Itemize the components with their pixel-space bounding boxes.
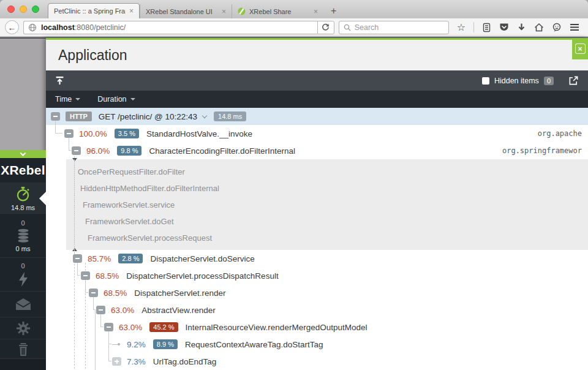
url-host: localhost: [41, 23, 75, 32]
method-name: AbstractView.render: [141, 306, 216, 315]
collapse-node-icon[interactable]: [73, 254, 82, 263]
panel-toolbar: Hidden items 0: [46, 70, 588, 91]
search-placeholder: Search: [355, 23, 379, 32]
total-percent: 63.0%: [111, 306, 134, 315]
tab-xrebel-share[interactable]: XRebel Share ×: [232, 4, 323, 18]
sidebar-item-timer[interactable]: 14.8 ms: [0, 183, 46, 213]
protocol-badge: HTTP: [66, 111, 92, 121]
bookmark-star-icon[interactable]: ☆: [457, 23, 466, 32]
pocket-icon[interactable]: [499, 23, 509, 32]
sidebar-item-feedback[interactable]: [0, 291, 46, 317]
back-button[interactable]: ←: [5, 20, 19, 34]
close-panel-button[interactable]: ×: [575, 43, 586, 54]
window-controls[interactable]: [0, 0, 48, 18]
url-path: :8080/petclinic/: [75, 23, 126, 32]
tab-petclinic[interactable]: PetClinic :: a Spring Framework de... ×: [48, 3, 140, 18]
time-filter-dropdown[interactable]: Time: [55, 95, 80, 104]
trace-row[interactable]: 7.3% UrlTag.doEndTag: [46, 353, 588, 370]
collapse-node-icon[interactable]: [96, 306, 105, 314]
leaf-node-icon: [112, 343, 121, 345]
minimize-window-button[interactable]: [20, 6, 27, 13]
tree-guide-line: [74, 246, 75, 370]
collapse-node-icon[interactable]: [64, 129, 74, 138]
package-name: org.apache: [538, 129, 588, 138]
trace-row[interactable]: 96.0% 9.8 % CharacterEncodingFilter.doFi…: [46, 142, 588, 159]
active-section-notch: [39, 192, 46, 205]
trace-row[interactable]: 68.5% DispatcherServlet.processDispatchR…: [46, 267, 588, 284]
search-input[interactable]: Search: [339, 21, 449, 34]
own-percent-badge: 9.8 %: [117, 146, 141, 156]
collapse-node-icon[interactable]: [104, 323, 113, 331]
browser-toolbar-icons: ☆: [453, 22, 583, 32]
trace-row[interactable]: 68.5% DispatcherServlet.render: [46, 284, 588, 301]
gear-icon: [16, 321, 31, 336]
request-row[interactable]: HTTP GET /petclinic/ @ 10:22:43 14.8 ms: [46, 108, 588, 125]
url-text[interactable]: localhost:8080/petclinic/: [41, 23, 126, 32]
close-window-button[interactable]: [7, 6, 15, 13]
own-percent-badge: 45.2 %: [149, 322, 178, 332]
request-duration-badge: 14.8 ms: [214, 111, 246, 121]
trace-row[interactable]: 100.0% 3.5 % StandardHostValve.__invoke …: [46, 125, 588, 142]
trace-row[interactable]: 63.0% AbstractView.render: [46, 301, 588, 319]
sidebar-item-events[interactable]: 0: [0, 257, 46, 291]
sidebar-item-database[interactable]: 0 0 ms: [0, 213, 46, 257]
total-percent: 63.0%: [119, 323, 142, 332]
method-name: CharacterEncodingFilter.doFilterInternal: [149, 146, 295, 156]
tab-close-icon[interactable]: ×: [314, 8, 318, 15]
tab-close-icon[interactable]: ×: [129, 7, 134, 15]
collapse-to-top-icon[interactable]: [55, 76, 64, 85]
menu-hamburger-icon[interactable]: [570, 23, 579, 31]
tab-close-icon[interactable]: ×: [222, 8, 226, 15]
trace-tree: HTTP GET /petclinic/ @ 10:22:43 14.8 ms …: [46, 108, 588, 370]
xrebel-logo: XRebel: [0, 158, 46, 183]
trace-row[interactable]: 63.0% 45.2 % InternalResourceView.render…: [46, 319, 588, 336]
duration-filter-dropdown[interactable]: Duration: [97, 95, 135, 104]
sidebar-item-discard[interactable]: [0, 339, 46, 358]
db-query-count: 0: [21, 219, 24, 227]
home-icon[interactable]: [534, 23, 544, 32]
hidden-items-control[interactable]: Hidden items 0: [482, 75, 579, 86]
collapsed-frame[interactable]: OncePerRequestFilter.doFilter: [66, 164, 588, 180]
zoom-window-button[interactable]: [32, 6, 39, 13]
chevron-down-icon[interactable]: [202, 113, 207, 118]
collapse-node-icon[interactable]: [72, 146, 81, 155]
collapsed-frame[interactable]: FrameworkServlet.processRequest: [66, 230, 588, 246]
reload-button[interactable]: [317, 21, 334, 34]
collapsed-frame[interactable]: FrameworkServlet.doGet: [66, 213, 588, 230]
xrebel-panel: Application × Hidden items 0 Time: [46, 38, 588, 370]
expand-node-icon[interactable]: [112, 357, 121, 366]
tab-bar: PetClinic :: a Spring Framework de... × …: [0, 0, 588, 18]
method-name: DispatcherServlet.doService: [150, 254, 254, 263]
new-tab-button[interactable]: +: [323, 6, 344, 18]
timer-value: 14.8 ms: [11, 204, 35, 211]
tab-xrebel-standalone[interactable]: XRebel Standalone UI ×: [140, 4, 232, 18]
page-content: XRebel 14.8 ms 0 0 ms 0: [0, 37, 588, 370]
trash-icon: [17, 342, 30, 357]
share-icon[interactable]: [568, 75, 579, 86]
time-filter-label: Time: [55, 95, 72, 104]
mail-icon: [15, 298, 32, 311]
sidebar-item-settings[interactable]: [0, 317, 46, 339]
chevron-down-icon: [75, 98, 80, 100]
hidden-items-checkbox[interactable]: [482, 77, 489, 85]
feedback-smiley-icon[interactable]: [552, 23, 562, 32]
reader-list-icon[interactable]: [482, 23, 491, 32]
browser-navbar: ← localhost:8080/petclinic/ Search ☆: [0, 18, 588, 37]
collapse-node-icon[interactable]: [89, 289, 98, 297]
collapsed-frame[interactable]: HiddenHttpMethodFilter.doFilterInternal: [66, 180, 588, 197]
collapse-node-icon[interactable]: [51, 112, 60, 121]
sidebar-collapse-button[interactable]: [0, 150, 46, 158]
hidden-items-count: 0: [544, 77, 554, 85]
url-bar[interactable]: localhost:8080/petclinic/: [23, 21, 317, 34]
method-name: DispatcherServlet.processDispatchResult: [126, 271, 278, 281]
download-icon[interactable]: [517, 23, 526, 32]
collapse-node-icon[interactable]: [81, 271, 90, 280]
collapse-handle-icon[interactable]: [72, 158, 77, 161]
collapsed-frames-group[interactable]: OncePerRequestFilter.doFilter HiddenHttp…: [66, 159, 588, 250]
chevron-down-icon: [20, 150, 26, 156]
trace-row[interactable]: 9.2% 8.9 % RequestContextAwareTag.doStar…: [46, 336, 588, 353]
collapsed-frame[interactable]: FrameworkServlet.service: [66, 197, 588, 213]
trace-row[interactable]: 85.7% 2.8 % DispatcherServlet.doService: [46, 250, 588, 267]
total-percent: 100.0%: [79, 129, 107, 138]
total-percent: 7.3%: [127, 357, 146, 366]
